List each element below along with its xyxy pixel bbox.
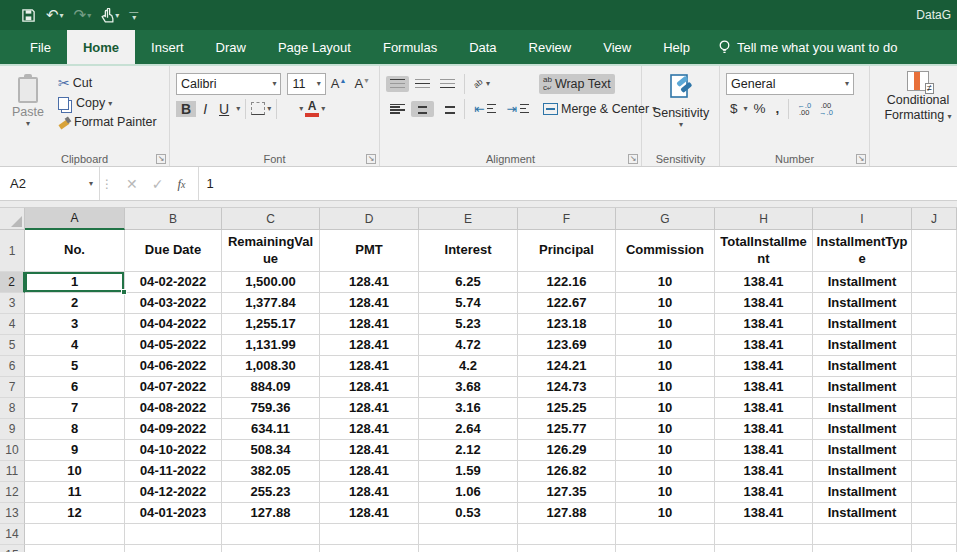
cell-I5[interactable]: Installment: [813, 335, 912, 356]
alignment-dialog-launcher-icon[interactable]: ↘: [628, 154, 638, 164]
touch-mode-caret-icon[interactable]: ▾: [115, 11, 119, 20]
cell-D12[interactable]: 128.41: [320, 482, 419, 503]
cell-C9[interactable]: 634.11: [222, 419, 320, 440]
cell-E15[interactable]: [419, 545, 518, 552]
cell-G6[interactable]: 10: [616, 356, 715, 377]
cell-J9[interactable]: [912, 419, 957, 440]
conditional-formatting-button[interactable]: Conditional Formatting ▾: [876, 71, 957, 149]
cell-D4[interactable]: 128.41: [320, 314, 419, 335]
cell-A4[interactable]: 3: [25, 314, 125, 335]
column-header-h[interactable]: H: [715, 208, 813, 230]
cell-C11[interactable]: 382.05: [222, 461, 320, 482]
cell-F3[interactable]: 122.67: [518, 293, 616, 314]
underline-caret-icon[interactable]: ▾: [236, 104, 240, 113]
cell-C8[interactable]: 759.36: [222, 398, 320, 419]
cell-H9[interactable]: 138.41: [715, 419, 813, 440]
cell-A1[interactable]: No.: [25, 230, 125, 272]
cell-G9[interactable]: 10: [616, 419, 715, 440]
cell-G4[interactable]: 10: [616, 314, 715, 335]
cell-G14[interactable]: [616, 524, 715, 545]
cell-F11[interactable]: 126.82: [518, 461, 616, 482]
font-color-caret-icon[interactable]: ▾: [321, 104, 325, 113]
font-family-caret-icon[interactable]: ▾: [272, 79, 276, 88]
cell-C14[interactable]: [222, 524, 320, 545]
cell-J14[interactable]: [912, 524, 957, 545]
cell-E5[interactable]: 4.72: [419, 335, 518, 356]
cell-A11[interactable]: 10: [25, 461, 125, 482]
tab-insert[interactable]: Insert: [135, 30, 200, 64]
cell-J1[interactable]: [912, 230, 957, 272]
save-icon[interactable]: [18, 8, 39, 23]
cell-D13[interactable]: 128.41: [320, 503, 419, 524]
cell-I4[interactable]: Installment: [813, 314, 912, 335]
cell-H10[interactable]: 138.41: [715, 440, 813, 461]
cell-C3[interactable]: 1,377.84: [222, 293, 320, 314]
column-header-f[interactable]: F: [518, 208, 616, 230]
cell-I9[interactable]: Installment: [813, 419, 912, 440]
tab-home[interactable]: Home: [67, 30, 135, 64]
decrease-font-size-button[interactable]: A▼: [351, 76, 373, 91]
cell-F7[interactable]: 124.73: [518, 377, 616, 398]
cell-F2[interactable]: 122.16: [518, 272, 616, 293]
cell-A13[interactable]: 12: [25, 503, 125, 524]
fill-handle[interactable]: [121, 289, 127, 295]
customize-quick-access-icon[interactable]: —▾: [126, 10, 141, 20]
underline-button[interactable]: U: [214, 101, 234, 117]
sensitivity-caret-icon[interactable]: ▾: [679, 120, 683, 129]
column-header-e[interactable]: E: [419, 208, 518, 230]
cell-I11[interactable]: Installment: [813, 461, 912, 482]
cell-F5[interactable]: 123.69: [518, 335, 616, 356]
cell-G5[interactable]: 10: [616, 335, 715, 356]
cell-J15[interactable]: [912, 545, 957, 552]
cell-I2[interactable]: Installment: [813, 272, 912, 293]
column-header-j[interactable]: J: [912, 208, 957, 230]
tell-me-box[interactable]: Tell me what you want to do: [706, 30, 909, 64]
cell-B10[interactable]: 04-10-2022: [125, 440, 222, 461]
cell-A12[interactable]: 11: [25, 482, 125, 503]
copy-button[interactable]: Copy ▾: [54, 94, 161, 112]
cell-H15[interactable]: [715, 545, 813, 552]
cell-I8[interactable]: Installment: [813, 398, 912, 419]
tab-data[interactable]: Data: [453, 30, 512, 64]
cell-C5[interactable]: 1,131.99: [222, 335, 320, 356]
cell-J8[interactable]: [912, 398, 957, 419]
row-header-2[interactable]: 2: [0, 272, 25, 293]
cut-button[interactable]: ✂ Cut: [54, 73, 161, 93]
cell-B2[interactable]: 04-02-2022: [125, 272, 222, 293]
cell-D11[interactable]: 128.41: [320, 461, 419, 482]
cell-A8[interactable]: 7: [25, 398, 125, 419]
cell-C15[interactable]: [222, 545, 320, 552]
cell-B8[interactable]: 04-08-2022: [125, 398, 222, 419]
cell-B5[interactable]: 04-05-2022: [125, 335, 222, 356]
cell-G7[interactable]: 10: [616, 377, 715, 398]
cell-E10[interactable]: 2.12: [419, 440, 518, 461]
cell-H1[interactable]: TotalInstallment: [715, 230, 813, 272]
orientation-button[interactable]: ab▾: [470, 77, 494, 90]
cell-H4[interactable]: 138.41: [715, 314, 813, 335]
row-header-12[interactable]: 12: [0, 482, 25, 503]
cell-E13[interactable]: 0.53: [419, 503, 518, 524]
font-color-icon[interactable]: A: [305, 101, 319, 117]
row-header-11[interactable]: 11: [0, 461, 25, 482]
select-all-corner[interactable]: [0, 208, 25, 230]
middle-align-button[interactable]: [411, 76, 434, 92]
format-painter-button[interactable]: Format Painter: [54, 113, 161, 131]
top-align-button[interactable]: [386, 76, 409, 92]
cell-E3[interactable]: 5.74: [419, 293, 518, 314]
cell-F1[interactable]: Principal: [518, 230, 616, 272]
row-header-6[interactable]: 6: [0, 356, 25, 377]
align-right-button[interactable]: [436, 101, 459, 117]
increase-font-size-button[interactable]: A▲: [328, 76, 350, 91]
cell-J2[interactable]: [912, 272, 957, 293]
cell-E1[interactable]: Interest: [419, 230, 518, 272]
cell-H6[interactable]: 138.41: [715, 356, 813, 377]
fill-color-caret-icon[interactable]: ▾: [299, 104, 303, 113]
formula-bar-input[interactable]: 1: [199, 167, 957, 200]
cell-F4[interactable]: 123.18: [518, 314, 616, 335]
borders-caret-icon[interactable]: ▾: [267, 104, 271, 113]
align-left-button[interactable]: [386, 101, 409, 117]
undo-caret-icon[interactable]: ▾: [60, 11, 64, 20]
cell-F15[interactable]: [518, 545, 616, 552]
cell-G2[interactable]: 10: [616, 272, 715, 293]
cell-D2[interactable]: 128.41: [320, 272, 419, 293]
